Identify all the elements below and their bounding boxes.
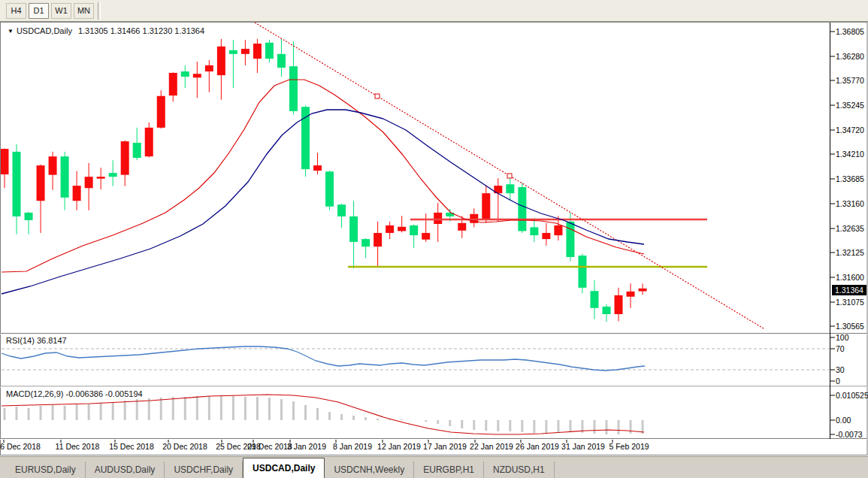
- tab-usdcnh-weekly[interactable]: USDCNH,Weekly: [325, 461, 414, 478]
- chart-window[interactable]: ▼USDCAD,Daily1.31305 1.31466 1.31230 1.3…: [0, 22, 868, 456]
- chart-ohlc-values: 1.31305 1.31466 1.31230 1.31364: [78, 26, 204, 35]
- current-price-tag: 1.31364: [832, 285, 866, 295]
- date-axis-label: 20 Dec 2018: [162, 442, 207, 451]
- macd-axis-label: -0.0073: [836, 430, 863, 439]
- date-axis-label: 22 Jan 2019: [470, 442, 513, 451]
- timeframe-button-d1[interactable]: D1: [29, 3, 49, 19]
- date-axis-label: 31 Jan 2019: [561, 442, 605, 451]
- price-axis-label: 1.32635: [836, 224, 864, 233]
- price-axis-label: 1.35245: [836, 101, 864, 110]
- price-axis-label: 1.30565: [836, 322, 864, 331]
- price-axis-label: 1.34720: [836, 126, 864, 135]
- rsi-axis-label: 70: [836, 344, 845, 353]
- timeframe-button-w1[interactable]: W1: [51, 3, 71, 19]
- price-axis-label: 1.31600: [836, 273, 864, 282]
- date-axis-label: 3 Jan 2019: [287, 442, 326, 451]
- tab-eurusd-daily[interactable]: EURUSD,Daily: [6, 461, 86, 478]
- date-axis-label: 15 Dec 2018: [109, 442, 154, 451]
- mt4-window: H4D1W1MN ▼USDCAD,Daily1.31305 1.31466 1.…: [0, 0, 868, 478]
- macd-axis-label: 0.010525: [836, 391, 868, 400]
- chart-tabs-bar: EURUSD,DailyAUDUSD,DailyUSDCHF,DailyUSDC…: [0, 456, 868, 478]
- date-axis-label: 17 Jan 2019: [423, 442, 467, 451]
- price-axis-label: 1.34210: [836, 150, 864, 159]
- price-axis-label: 1.31075: [836, 298, 864, 307]
- price-axis-label: 1.35770: [836, 76, 864, 85]
- price-axis-label: 1.36805: [836, 27, 864, 36]
- price-axis-label: 1.33685: [836, 174, 864, 183]
- tab-usdchf-daily[interactable]: USDCHF,Daily: [165, 461, 243, 478]
- tab-nzdusd-h1[interactable]: NZDUSD,H1: [484, 461, 555, 478]
- tab-eurgbp-h1[interactable]: EURGBP,H1: [414, 461, 484, 478]
- macd-indicator-label: MACD(12,26,9) -0.006386 -0.005194: [6, 389, 143, 398]
- price-axis-label: 1.33160: [836, 199, 864, 208]
- date-axis-label: 11 Dec 2018: [56, 442, 100, 451]
- tab-usdcad-daily[interactable]: USDCAD,Daily: [243, 458, 325, 478]
- chart-symbol: USDCAD,Daily: [17, 26, 72, 35]
- timeframe-button-mn[interactable]: MN: [74, 3, 94, 19]
- rsi-indicator-label: RSI(14) 36.8147: [6, 336, 67, 345]
- chevron-down-icon: ▼: [8, 28, 14, 35]
- date-axis-label: 12 Jan 2019: [377, 442, 421, 451]
- price-axis-label: 1.36280: [836, 52, 864, 61]
- timeframe-toolbar: H4D1W1MN: [0, 0, 868, 22]
- toolbar-separator: [98, 2, 101, 20]
- rsi-axis-label: 0: [836, 377, 840, 386]
- timeframe-button-h4[interactable]: H4: [6, 3, 26, 19]
- date-axis-label: 8 Jan 2019: [333, 442, 372, 451]
- date-axis-label: 29 Dec 2018: [247, 442, 292, 451]
- date-axis-label: 6 Dec 2018: [0, 442, 41, 451]
- tab-audusd-daily[interactable]: AUDUSD,Daily: [86, 461, 165, 478]
- price-axis-label: 1.32125: [836, 248, 864, 257]
- date-axis-label: 5 Feb 2019: [609, 442, 649, 451]
- rsi-axis-label: 100: [836, 333, 849, 342]
- macd-axis-label: 0.00: [836, 416, 851, 425]
- chart-title: ▼USDCAD,Daily1.31305 1.31466 1.31230 1.3…: [8, 26, 204, 35]
- rsi-axis-label: 30: [836, 365, 845, 374]
- date-axis-label: 26 Jan 2019: [516, 442, 559, 451]
